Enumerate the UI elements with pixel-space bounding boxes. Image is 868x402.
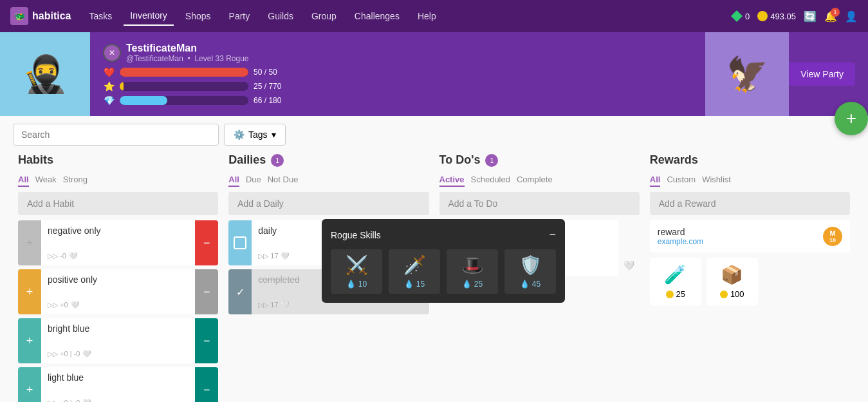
mp-bar-fill	[120, 96, 167, 105]
avatar: 🥷	[23, 56, 68, 92]
habits-title: Habits	[18, 153, 53, 167]
refresh-button[interactable]: 🔄	[804, 10, 817, 23]
rewards-tab-all[interactable]: All	[650, 175, 661, 187]
rewards-column: Rewards All Custom Wishlist Add a Reward…	[645, 153, 855, 402]
habit-name: negative only	[48, 225, 189, 236]
rewards-tabs: All Custom Wishlist	[650, 175, 850, 187]
nav-party[interactable]: Party	[223, 7, 257, 25]
habits-tab-strong[interactable]: Strong	[63, 175, 88, 187]
dailies-tab-due[interactable]: Due	[246, 175, 261, 187]
habit-minus-btn[interactable]: −	[195, 269, 218, 314]
nav-tasks[interactable]: Tasks	[82, 7, 118, 25]
todo-actions: 🤍	[618, 220, 640, 276]
notif-badge: 1	[831, 8, 840, 17]
habit-plus-btn[interactable]: +	[18, 367, 41, 402]
skill-icon-2: 🎩	[461, 254, 484, 276]
habit-plus-btn[interactable]: +	[18, 318, 41, 363]
heart-outline-icon: 🤍	[82, 350, 91, 358]
heart-outline-icon: 🤍	[69, 252, 78, 260]
todos-tab-active[interactable]: Active	[439, 175, 465, 187]
rewards-tab-custom[interactable]: Custom	[667, 175, 696, 187]
todos-tab-scheduled[interactable]: Scheduled	[471, 175, 510, 187]
todos-badge: 1	[485, 154, 498, 167]
gem-icon	[731, 10, 743, 22]
nav-inventory[interactable]: Inventory	[124, 6, 174, 26]
nav-group[interactable]: Group	[305, 7, 343, 25]
skill-card-3[interactable]: 🛡️ 💧 45	[504, 249, 556, 294]
add-daily-button[interactable]: Add a Daily	[228, 192, 429, 215]
rewards-tab-wishlist[interactable]: Wishlist	[702, 175, 731, 187]
skill-card-0[interactable]: ⚔️ 💧 10	[331, 249, 382, 294]
reward-card[interactable]: 🧪 25	[650, 258, 701, 305]
nav-shops[interactable]: Shops	[179, 7, 217, 25]
unchecked-box	[234, 236, 246, 249]
navbar: 🐲 habitica Tasks Inventory Shops Party G…	[0, 0, 868, 32]
daily-checkbox[interactable]	[228, 220, 252, 265]
hp-bar-fill	[120, 68, 248, 77]
navbar-right: 0 493.05 🔄 🔔 1 👤	[731, 10, 858, 23]
habit-plus-btn[interactable]: +	[18, 220, 41, 265]
xp-bar-bg	[120, 82, 248, 91]
profile-name: TestificateMan	[126, 43, 249, 54]
hp-icon: ❤️	[103, 67, 115, 77]
user-menu-button[interactable]: 👤	[845, 10, 858, 23]
habits-tab-weak[interactable]: Weak	[35, 175, 57, 187]
habit-stats: ▷▷ -0 🤍	[48, 252, 189, 260]
dailies-tab-notdue[interactable]: Not Due	[268, 175, 299, 187]
habits-tab-all[interactable]: All	[18, 175, 29, 187]
brand-name: habitica	[32, 10, 71, 22]
habit-item: + positive only ▷▷ +0 🤍 −	[18, 269, 218, 314]
xp-icon: ⭐	[103, 81, 115, 91]
daily-checkbox[interactable]: ✓	[228, 269, 252, 314]
dailies-tabs: All Due Not Due	[228, 175, 429, 187]
skill-card-1[interactable]: 🗡️ 💧 15	[389, 249, 440, 294]
gold-value: 493.05	[770, 12, 796, 21]
logo-icon: 🐲	[10, 7, 28, 25]
todos-tab-complete[interactable]: Complete	[517, 175, 553, 187]
habit-item: + light blue ▷▷ +0 | -0 🤍 −	[18, 367, 218, 402]
habit-name: positive only	[48, 274, 189, 285]
habit-body: positive only ▷▷ +0 🤍	[41, 269, 195, 314]
brand: 🐲 habitica	[10, 7, 71, 25]
gold-icon-sm	[720, 291, 728, 298]
checkmark-icon: ✓	[236, 286, 245, 298]
habit-minus-btn[interactable]: −	[195, 318, 218, 363]
dailies-badge: 1	[271, 154, 284, 167]
pet-area: 🦅	[705, 32, 789, 116]
add-task-button[interactable]: +	[835, 102, 868, 135]
gem-count: 0	[731, 10, 750, 22]
add-todo-button[interactable]: Add a To Do	[439, 192, 640, 215]
profile-name-row: ✕ TestificateMan @TestificateMan • Level…	[103, 43, 692, 63]
reward-link[interactable]: example.com	[658, 237, 703, 246]
view-party-button[interactable]: View Party	[789, 62, 855, 86]
mana-icon: 💧	[520, 280, 530, 289]
gold-icon-sm	[666, 291, 674, 298]
habit-minus-btn[interactable]: −	[195, 367, 218, 402]
skill-card-2[interactable]: 🎩 💧 25	[447, 249, 498, 294]
mp-bar-bg	[120, 96, 248, 105]
add-reward-button[interactable]: Add a Reward	[650, 192, 850, 215]
notifications-button[interactable]: 🔔 1	[824, 10, 837, 23]
habit-item: + negative only ▷▷ -0 🤍 −	[18, 220, 218, 265]
dailies-tab-all[interactable]: All	[228, 175, 239, 187]
nav-guilds[interactable]: Guilds	[261, 7, 300, 25]
tags-button[interactable]: ⚙️ Tags ▾	[224, 124, 286, 146]
nav-challenges[interactable]: Challenges	[348, 7, 406, 25]
nav-help[interactable]: Help	[411, 7, 443, 25]
search-input[interactable]	[13, 124, 219, 146]
pet-sprite: 🦅	[726, 55, 768, 94]
habit-minus-btn[interactable]: −	[195, 220, 218, 265]
reward-card[interactable]: 📦 100	[706, 258, 758, 305]
rewards-header: Rewards	[650, 153, 850, 169]
add-habit-button[interactable]: Add a Habit	[18, 192, 218, 215]
hp-row: ❤️ 50 / 50	[103, 67, 692, 77]
skills-popup-close-button[interactable]: −	[549, 228, 556, 242]
habit-stats: ▷▷ +0 | -0 🤍	[48, 399, 189, 402]
habit-plus-btn[interactable]: +	[18, 269, 41, 314]
reward-cost[interactable]: M 10	[823, 227, 842, 246]
skill-cost-1: 💧 15	[404, 280, 425, 289]
gold-count: 493.05	[757, 11, 796, 21]
reward-card-cost: 25	[666, 289, 685, 299]
profile-header: 🥷 ✕ TestificateMan @TestificateMan • Lev…	[0, 32, 868, 116]
rewards-title: Rewards	[650, 153, 698, 167]
